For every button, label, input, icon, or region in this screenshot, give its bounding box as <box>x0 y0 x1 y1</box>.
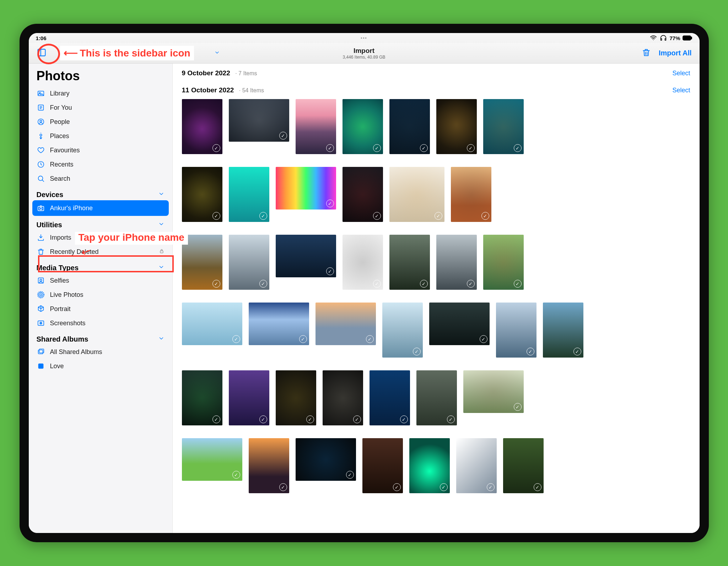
navbar-title: Import <box>343 47 385 55</box>
annotation-device-label: Tap your iPhone name <box>75 232 188 245</box>
photo-thumbnail[interactable]: ✓ <box>229 167 269 222</box>
utilities-header-label: Utilities <box>37 221 62 229</box>
selection-check-icon: ✓ <box>467 280 475 288</box>
lock-icon <box>159 248 165 256</box>
sidebar-mediatype-screenshots[interactable]: Screenshots <box>29 316 172 330</box>
photo-thumbnail[interactable]: ✓ <box>382 303 423 358</box>
sidebar-item-favourites[interactable]: Favourites <box>29 143 172 157</box>
import-icon <box>37 233 45 242</box>
photo-thumbnail[interactable]: ✓ <box>182 303 242 345</box>
selection-check-icon: ✓ <box>299 335 307 343</box>
photo-thumbnail[interactable]: ✓ <box>249 438 289 493</box>
sidebar-mediatype-selfies[interactable]: Selfies <box>29 273 172 288</box>
photo-thumbnail[interactable]: ✓ <box>543 303 583 358</box>
photo-thumbnail[interactable]: ✓ <box>276 370 316 425</box>
sidebar-section-devices[interactable]: Devices <box>29 186 172 200</box>
photo-thumbnail[interactable]: ✓ <box>409 438 450 493</box>
sidebar-shared-all-shared-albums[interactable]: All Shared Albums <box>29 345 172 359</box>
sidebar-section-shared[interactable]: Shared Albums <box>29 330 172 345</box>
photo-thumbnail[interactable]: ✓ <box>343 235 383 290</box>
photo-thumbnail[interactable]: ✓ <box>182 167 222 222</box>
photo-thumbnail[interactable]: ✓ <box>416 370 457 425</box>
sidebar-item-library[interactable]: Library <box>29 86 172 100</box>
photo-thumbnail[interactable]: ✓ <box>276 167 336 209</box>
photo-thumbnail[interactable]: ✓ <box>503 438 544 493</box>
photo-thumbnail[interactable]: ✓ <box>323 370 363 425</box>
photo-thumbnail[interactable]: ✓ <box>362 438 403 493</box>
sidebar-item-for-you[interactable]: For You <box>29 100 172 115</box>
photo-thumbnail[interactable]: ✓ <box>389 99 430 154</box>
photo-thumbnail[interactable]: ✓ <box>182 438 242 481</box>
sidebar-item-label: Screenshots <box>50 320 86 327</box>
chevron-down-icon <box>158 221 165 229</box>
sidebar[interactable]: Photos Library For You People Places Fav… <box>29 64 173 533</box>
livephoto-icon <box>37 290 45 299</box>
sidebar-item-people[interactable]: People <box>29 115 172 129</box>
photo-thumbnail[interactable]: ✓ <box>496 303 536 358</box>
clock-icon <box>37 160 45 169</box>
sidebar-utility-recently-deleted[interactable]: Recently Deleted <box>29 245 172 259</box>
photo-thumbnail[interactable]: ✓ <box>456 438 497 493</box>
selection-check-icon: ✓ <box>259 280 267 288</box>
sidebar-mediatype-portrait[interactable]: Portrait <box>29 302 172 316</box>
selection-check-icon: ✓ <box>259 415 267 423</box>
svg-point-13 <box>38 176 43 181</box>
photo-thumbnail[interactable]: ✓ <box>389 235 430 290</box>
photo-thumbnail[interactable]: ✓ <box>343 99 383 154</box>
photo-thumbnail[interactable]: ✓ <box>483 235 524 290</box>
sidebar-item-label: Imports <box>50 234 71 241</box>
photo-thumbnail[interactable]: ✓ <box>451 167 491 222</box>
photo-thumbnail[interactable]: ✓ <box>429 303 490 345</box>
photo-thumbnail[interactable]: ✓ <box>249 303 309 345</box>
sidebar-item-label: Portrait <box>50 305 71 313</box>
svg-point-20 <box>38 293 43 297</box>
sidebar-item-search[interactable]: Search <box>29 172 172 186</box>
group-select-button[interactable]: Select <box>672 87 690 94</box>
sidebar-shared-love[interactable]: Love <box>29 359 172 373</box>
photo-thumbnail[interactable]: ✓ <box>182 99 222 154</box>
photo-thumbnail[interactable]: ✓ <box>276 235 336 277</box>
sidebar-device-item[interactable]: Ankur's iPhone <box>32 200 169 216</box>
photo-thumbnail[interactable]: ✓ <box>229 370 269 425</box>
photo-thumbnail[interactable]: ✓ <box>296 99 336 154</box>
sidebar-section-utilities[interactable]: Utilities <box>29 216 172 230</box>
import-from-dropdown[interactable] <box>214 49 220 57</box>
selection-check-icon: ✓ <box>435 212 442 220</box>
selection-check-icon: ✓ <box>366 335 374 343</box>
photo-thumbnail[interactable]: ✓ <box>370 370 410 425</box>
photo-thumbnail[interactable]: ✓ <box>229 99 289 142</box>
selection-check-icon: ✓ <box>440 483 448 491</box>
photo-thumbnail[interactable]: ✓ <box>229 235 269 290</box>
sidebar-item-recents[interactable]: Recents <box>29 157 172 172</box>
photo-thumbnail[interactable]: ✓ <box>296 438 356 481</box>
trash-icon <box>37 247 45 256</box>
delete-button[interactable] <box>642 48 651 59</box>
sidebar-toggle-button[interactable] <box>37 48 47 59</box>
photo-thumbnail[interactable]: ✓ <box>436 235 477 290</box>
selection-check-icon: ✓ <box>232 471 240 479</box>
svg-point-19 <box>40 294 42 296</box>
sidebar-section-mediatypes[interactable]: Media Types <box>29 259 172 273</box>
photo-thumbnail[interactable]: ✓ <box>389 167 444 222</box>
sidebar-mediatype-live-photos[interactable]: Live Photos <box>29 288 172 302</box>
device-label: Ankur's iPhone <box>50 205 93 212</box>
search-icon <box>37 174 45 183</box>
sidebar-item-label: Selfies <box>50 277 69 284</box>
selection-check-icon: ✓ <box>212 212 220 220</box>
import-all-button[interactable]: Import All <box>659 49 692 57</box>
photo-thumbnail[interactable]: ✓ <box>436 99 477 154</box>
selection-check-icon: ✓ <box>467 144 475 152</box>
devices-header-label: Devices <box>37 191 64 199</box>
selection-check-icon: ✓ <box>527 348 534 355</box>
photo-thumbnail[interactable]: ✓ <box>182 370 222 425</box>
annotation-sidebar-label: ⟵ This is the sidebar icon <box>60 46 194 60</box>
photo-grid-pane[interactable]: 9 October 2022 · 7 Items Select 11 Octob… <box>173 64 700 533</box>
photo-thumbnail[interactable]: ✓ <box>463 370 524 413</box>
photo-thumbnail[interactable]: ✓ <box>316 303 376 345</box>
group-select-button[interactable]: Select <box>672 70 690 77</box>
photo-thumbnail[interactable]: ✓ <box>343 167 383 222</box>
multitask-dots-icon[interactable]: ••• <box>361 36 367 40</box>
photo-thumbnail[interactable]: ✓ <box>483 99 524 154</box>
status-time: 1:06 <box>36 35 47 41</box>
sidebar-item-places[interactable]: Places <box>29 129 172 143</box>
